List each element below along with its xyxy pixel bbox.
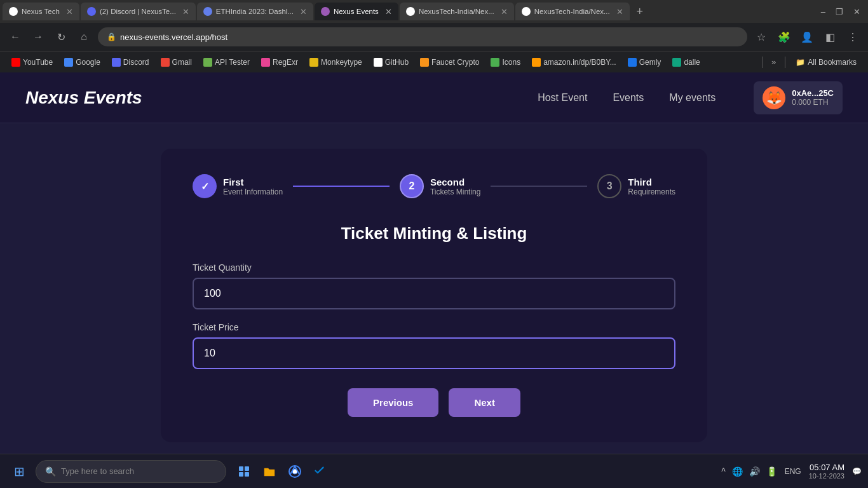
previous-button[interactable]: Previous	[348, 388, 438, 417]
bookmark-label: Gmail	[172, 58, 192, 67]
tab-title: ETHIndia 2023: Dashl...	[216, 8, 294, 15]
bookmark-favicon	[309, 58, 318, 67]
bookmark-label: YouTube	[23, 58, 53, 67]
ticket-price-label: Ticket Price	[193, 322, 675, 332]
chevron-up-icon[interactable]: ^	[721, 466, 726, 477]
bookmark-item-4[interactable]: API Tester	[198, 56, 255, 69]
back-button[interactable]: ←	[6, 28, 24, 46]
network-icon[interactable]: 🌐	[732, 466, 743, 477]
tab-title: NexusTech-India/Nex...	[419, 8, 494, 15]
notification-icon[interactable]: 💬	[852, 467, 862, 476]
browser-tab-tab1[interactable]: Nexus Tech ✕	[3, 3, 79, 20]
bookmark-favicon	[261, 58, 270, 67]
user-badge[interactable]: 🦊 0xAe...25C 0.000 ETH	[754, 81, 843, 114]
bookmark-item-2[interactable]: Discord	[107, 56, 154, 69]
bookmark-item-6[interactable]: Monkeytype	[304, 56, 367, 69]
step-1-info: First Event Information	[223, 177, 283, 196]
bookmark-label: Icons	[502, 58, 520, 67]
ticket-quantity-group: Ticket Quantity	[193, 262, 675, 309]
browser-tab-tab4[interactable]: Nexus Events ✕	[315, 3, 398, 20]
bookmark-favicon	[11, 58, 20, 67]
bookmark-label: dalle	[684, 58, 700, 67]
bookmark-item-5[interactable]: RegExr	[256, 56, 303, 69]
browser-tab-tab5[interactable]: NexusTech-India/Nex... ✕	[400, 3, 514, 20]
system-tray-icons: ^ 🌐 🔊 🔋	[721, 466, 777, 477]
tab-close-icon[interactable]: ✕	[66, 7, 73, 17]
bookmarks-separator	[762, 57, 763, 68]
restore-icon[interactable]: ❐	[836, 7, 843, 17]
step-line-1	[293, 186, 390, 187]
more-bookmarks-button[interactable]: »	[768, 55, 780, 69]
close-icon[interactable]: ✕	[853, 7, 860, 17]
taskview-icon[interactable]	[233, 460, 255, 483]
forward-button[interactable]: →	[29, 28, 47, 46]
bookmark-label: Faucet Crypto	[431, 58, 479, 67]
next-button[interactable]: Next	[449, 388, 520, 417]
app-header: Nexus Events Host Event Events My events…	[0, 72, 868, 123]
bookmark-item-10[interactable]: amazon.in/dp/B0BY...	[527, 56, 621, 69]
tab-close-icon[interactable]: ✕	[182, 7, 189, 17]
bookmark-item-3[interactable]: Gmail	[156, 56, 197, 69]
bookmark-label: GitHub	[385, 58, 409, 67]
bookmark-item-12[interactable]: dalle	[667, 56, 705, 69]
menu-icon[interactable]: ⋮	[844, 28, 862, 46]
battery-icon: 🔋	[766, 466, 777, 477]
tab-title: NexusTech-India/Nex...	[534, 8, 610, 15]
bookmark-item-0[interactable]: YouTube	[6, 56, 58, 69]
app-nav: Host Event Events My events	[538, 92, 715, 104]
bookmark-label: Google	[76, 58, 100, 67]
svg-rect-1	[245, 466, 249, 471]
volume-icon[interactable]: 🔊	[749, 466, 760, 477]
step-1-sub: Event Information	[223, 187, 283, 196]
home-button[interactable]: ⌂	[75, 28, 93, 46]
step-1-circle: ✓	[193, 174, 217, 198]
bookmark-label: Discord	[123, 58, 149, 67]
ticket-price-input[interactable]	[193, 337, 675, 369]
reload-button[interactable]: ↻	[52, 28, 70, 46]
all-bookmarks-button[interactable]: 📁 All Bookmarks	[790, 56, 862, 69]
chrome-icon[interactable]	[283, 460, 306, 483]
minimize-icon[interactable]: –	[821, 7, 825, 17]
folder-icon: 📁	[796, 58, 805, 67]
bookmark-star-icon[interactable]: ☆	[752, 28, 770, 46]
form-card: ✓ First Event Information 2 Second Ticke…	[161, 149, 707, 442]
bookmarks-bar: YouTube Google Discord Gmail API Tester …	[0, 51, 868, 72]
current-date: 10-12-2023	[809, 472, 844, 480]
bookmark-item-11[interactable]: Gemly	[623, 56, 667, 69]
tab-close-icon[interactable]: ✕	[616, 7, 623, 17]
nav-events[interactable]: Events	[613, 92, 644, 104]
start-button[interactable]: ⊞	[6, 459, 32, 484]
nav-my-events[interactable]: My events	[669, 92, 715, 104]
user-address: 0xAe...25C	[792, 88, 834, 98]
bookmark-item-1[interactable]: Google	[59, 56, 105, 69]
url-input[interactable]: 🔒 nexus-events.vercel.app/host	[98, 27, 747, 46]
browser-tab-tab3[interactable]: ETHIndia 2023: Dashl... ✕	[197, 3, 313, 20]
bookmark-item-9[interactable]: Icons	[485, 56, 526, 69]
bookmark-item-7[interactable]: GitHub	[369, 56, 414, 69]
nav-host-event[interactable]: Host Event	[538, 92, 587, 104]
ticket-price-group: Ticket Price	[193, 322, 675, 369]
ticket-quantity-input[interactable]	[193, 278, 675, 309]
app-logo: Nexus Events	[25, 88, 142, 108]
tab-close-icon[interactable]: ✕	[385, 7, 392, 17]
profile-icon[interactable]: 👤	[798, 28, 816, 46]
stepper: ✓ First Event Information 2 Second Ticke…	[193, 174, 675, 198]
user-balance: 0.000 ETH	[792, 98, 834, 107]
new-tab-button[interactable]: +	[631, 3, 649, 20]
clock[interactable]: 05:07 AM 10-12-2023	[809, 463, 844, 480]
vscode-icon[interactable]	[309, 460, 332, 483]
taskbar-search[interactable]: 🔍 Type here to search	[36, 460, 226, 483]
browser-tab-tab2[interactable]: (2) Discord | NexusTe... ✕	[81, 3, 196, 20]
tab-close-icon[interactable]: ✕	[501, 7, 508, 17]
bookmark-item-8[interactable]: Faucet Crypto	[415, 56, 484, 69]
tab-close-icon[interactable]: ✕	[300, 7, 307, 17]
tab-title: Nexus Tech	[22, 8, 60, 15]
tab-title: Nexus Events	[334, 8, 379, 15]
file-explorer-icon[interactable]	[258, 460, 281, 483]
sidebar-toggle-icon[interactable]: ◧	[821, 28, 839, 46]
window-controls: – ❐ ✕	[821, 7, 865, 17]
browser-tab-tab6[interactable]: NexusTech-India/Nex... ✕	[515, 3, 630, 20]
windows-icon: ⊞	[14, 464, 25, 479]
bookmarks-separator2	[785, 57, 785, 68]
extensions-icon[interactable]: 🧩	[775, 28, 793, 46]
